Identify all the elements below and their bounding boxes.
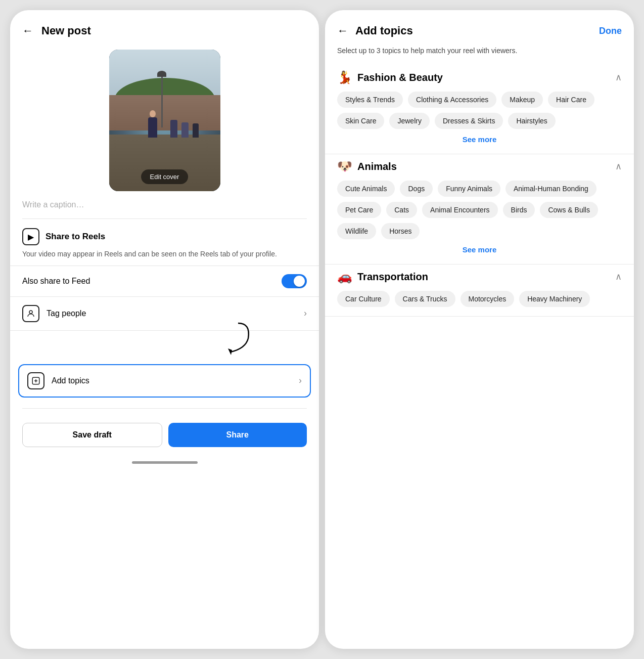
- tag-animal-human-bonding[interactable]: Animal-Human Bonding: [505, 181, 596, 197]
- also-share-toggle[interactable]: [282, 274, 307, 288]
- animals-tags: Cute Animals Dogs Funny Animals Animal-H…: [337, 181, 622, 239]
- animals-section: 🐶 Animals ∧ Cute Animals Dogs Funny Anim…: [325, 154, 634, 265]
- transportation-emoji: 🚗: [337, 270, 352, 284]
- add-topics-back-button[interactable]: ←: [337, 24, 348, 37]
- back-button[interactable]: ←: [22, 24, 33, 37]
- animals-see-more[interactable]: See more: [337, 239, 622, 255]
- add-topics-row[interactable]: Add topics ›: [18, 364, 311, 398]
- tag-hairstyles[interactable]: Hairstyles: [508, 113, 555, 129]
- fashion-beauty-collapse-icon[interactable]: ∧: [615, 72, 622, 83]
- transportation-tags: Car Culture Cars & Trucks Motorcycles He…: [337, 291, 622, 307]
- animals-emoji: 🐶: [337, 159, 352, 173]
- tag-jewelry[interactable]: Jewelry: [389, 113, 429, 129]
- share-to-reels-section: ▶ Share to Reels Your video may appear i…: [10, 219, 319, 266]
- caption-input[interactable]: Write a caption…: [22, 200, 307, 209]
- svg-point-0: [29, 311, 32, 314]
- tag-motorcycles[interactable]: Motorcycles: [461, 291, 515, 307]
- add-topics-icon: [27, 372, 44, 389]
- tag-cute-animals[interactable]: Cute Animals: [337, 181, 395, 197]
- page-title: New post: [41, 24, 91, 37]
- save-draft-button[interactable]: Save draft: [22, 423, 162, 447]
- done-button[interactable]: Done: [599, 26, 622, 36]
- caption-area: Write a caption…: [22, 200, 307, 219]
- bottom-buttons: Save draft Share: [10, 413, 319, 457]
- tag-clothing-accessories[interactable]: Clothing & Accessories: [408, 92, 496, 108]
- right-header: ← Add topics Done: [325, 10, 634, 46]
- reels-icon: ▶: [22, 228, 39, 245]
- edit-cover-button[interactable]: Edit cover: [141, 169, 189, 184]
- add-topics-label: Add topics: [52, 376, 89, 385]
- home-indicator: [132, 461, 198, 464]
- tag-animal-encounters[interactable]: Animal Encounters: [422, 202, 498, 218]
- add-topics-screen: ← Add topics Done Select up to 3 topics …: [325, 10, 634, 649]
- new-post-screen: ← New post Edit cover: [10, 10, 319, 649]
- svg-marker-1: [228, 348, 232, 355]
- tag-skin-care[interactable]: Skin Care: [337, 113, 384, 129]
- tag-cows-bulls[interactable]: Cows & Bulls: [540, 202, 597, 218]
- fashion-beauty-header: 💃 Fashion & Beauty ∧: [337, 70, 622, 84]
- also-share-label: Also share to Feed: [22, 277, 90, 286]
- transportation-name: Transportation: [357, 271, 428, 283]
- tag-birds[interactable]: Birds: [503, 202, 535, 218]
- tag-people-row[interactable]: Tag people ›: [10, 297, 319, 331]
- animals-name: Animals: [357, 161, 397, 172]
- reels-title: Share to Reels: [45, 232, 105, 242]
- tag-heavy-machinery[interactable]: Heavy Machinery: [519, 291, 590, 307]
- tag-makeup[interactable]: Makeup: [501, 92, 543, 108]
- reels-description: Your video may appear in Reels and can b…: [22, 249, 307, 259]
- tag-horses[interactable]: Horses: [381, 223, 420, 239]
- transportation-header: 🚗 Transportation ∧: [337, 270, 622, 284]
- add-topics-subtitle: Select up to 3 topics to help match your…: [325, 46, 634, 65]
- tag-wildlife[interactable]: Wildlife: [337, 223, 376, 239]
- tag-people-label: Tag people: [47, 309, 86, 318]
- tag-dogs[interactable]: Dogs: [400, 181, 433, 197]
- tag-people-chevron: ›: [304, 308, 307, 319]
- video-preview: Edit cover: [109, 50, 220, 191]
- tag-hair-care[interactable]: Hair Care: [548, 92, 594, 108]
- animals-header: 🐶 Animals ∧: [337, 159, 622, 173]
- animals-collapse-icon[interactable]: ∧: [615, 161, 622, 172]
- fashion-see-more[interactable]: See more: [337, 129, 622, 145]
- tag-people-icon: [22, 305, 39, 322]
- also-share-feed-row: Also share to Feed: [10, 266, 319, 297]
- add-topics-title: Add topics: [355, 24, 413, 37]
- transportation-section: 🚗 Transportation ∧ Car Culture Cars & Tr…: [325, 265, 634, 317]
- share-button[interactable]: Share: [168, 423, 307, 447]
- tag-car-culture[interactable]: Car Culture: [337, 291, 390, 307]
- tag-dresses-skirts[interactable]: Dresses & Skirts: [435, 113, 503, 129]
- tag-funny-animals[interactable]: Funny Animals: [438, 181, 500, 197]
- arrow-decoration: [10, 331, 319, 361]
- tag-cats[interactable]: Cats: [386, 202, 417, 218]
- add-topics-chevron: ›: [299, 375, 302, 386]
- tag-cars-trucks[interactable]: Cars & Trucks: [395, 291, 455, 307]
- fashion-beauty-emoji: 💃: [337, 70, 352, 84]
- tag-pet-care[interactable]: Pet Care: [337, 202, 381, 218]
- fashion-beauty-section: 💃 Fashion & Beauty ∧ Styles & Trends Clo…: [325, 65, 634, 154]
- transportation-collapse-icon[interactable]: ∧: [615, 271, 622, 282]
- left-header: ← New post: [10, 10, 319, 46]
- fashion-beauty-tags: Styles & Trends Clothing & Accessories M…: [337, 92, 622, 129]
- share-reels-header: ▶ Share to Reels: [22, 228, 307, 245]
- fashion-beauty-name: Fashion & Beauty: [357, 72, 443, 83]
- tag-styles-trends[interactable]: Styles & Trends: [337, 92, 403, 108]
